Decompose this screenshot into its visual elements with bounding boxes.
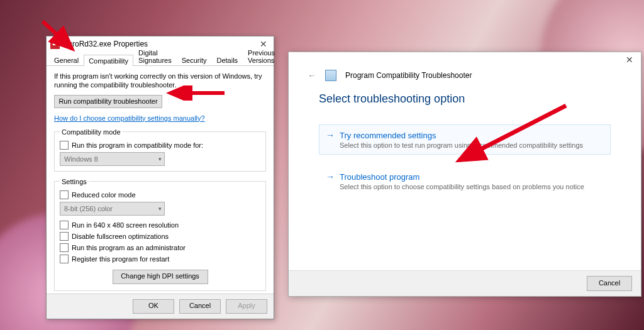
option-troubleshoot-program-title: Troubleshoot program [340,172,419,182]
chevron-down-icon: ▾ [158,156,162,162]
tab-security[interactable]: Security [177,54,212,65]
adobe-reader-icon [50,40,60,49]
manual-settings-link[interactable]: How do I choose compatibility settings m… [54,114,205,122]
reduced-color-checkbox[interactable] [60,190,69,199]
chevron-down-icon: ▾ [158,206,162,212]
run-as-admin-checkbox[interactable] [60,243,69,252]
reduced-color-label: Reduced color mode [72,191,136,199]
troubleshooter-title: Program Compatibility Troubleshooter [345,71,472,80]
ok-button[interactable]: OK [133,299,174,314]
troubleshooter-heading: Select troubleshooting option [289,81,641,106]
option-troubleshoot-program[interactable]: → Troubleshoot program Select this optio… [319,166,611,196]
compat-mode-selected-value: Windows 8 [64,155,98,163]
compat-mode-checkbox-label: Run this program in compatibility mode f… [72,141,203,149]
troubleshooter-icon [325,70,336,81]
tab-compatibility[interactable]: Compatibility [84,55,133,66]
tab-general[interactable]: General [49,54,84,65]
settings-group: Settings Reduced color mode 8-bit (256) … [54,178,266,291]
compat-mode-checkbox[interactable] [60,141,69,150]
run-640x480-label: Run in 640 x 480 screen resolution [72,221,179,229]
option-try-recommended-title: Try recommended settings [340,131,436,140]
compat-mode-select[interactable]: Windows 8 ▾ [60,152,165,166]
apply-button[interactable]: Apply [226,299,267,314]
option-troubleshoot-program-desc: Select this option to choose compatibili… [326,183,604,190]
settings-legend: Settings [60,178,89,185]
disable-fullscreen-label: Disable fullscreen optimizations [72,233,169,240]
compatibility-mode-group: Compatibility mode Run this program in c… [54,128,266,172]
arrow-right-icon: → [326,172,335,182]
back-arrow-icon[interactable]: ← [308,70,316,80]
close-icon[interactable]: ✕ [623,55,636,65]
disable-fullscreen-checkbox[interactable] [60,232,69,241]
troubleshooter-window: ✕ ← Program Compatibility Troubleshooter… [288,52,641,297]
option-try-recommended[interactable]: → Try recommended settings Select this o… [319,124,611,155]
cancel-button[interactable]: Cancel [179,299,221,314]
run-compatibility-troubleshooter-button[interactable]: Run compatibility troubleshooter [54,95,162,108]
arrow-right-icon: → [326,130,335,140]
troubleshooter-options: → Try recommended settings Select this o… [289,106,641,196]
color-depth-selected-value: 8-bit (256) color [64,205,113,212]
compatibility-mode-legend: Compatibility mode [60,128,123,136]
tab-previous-versions[interactable]: Previous Versions [243,47,280,65]
tab-details[interactable]: Details [211,54,243,65]
compat-help-text: If this program isn't working correctly … [54,72,266,90]
run-as-admin-label: Run this program as an administrator [72,244,186,251]
register-restart-checkbox[interactable] [60,255,69,263]
troubleshooter-header: ← Program Compatibility Troubleshooter [289,52,641,81]
troubleshooter-footer: Cancel [289,270,641,296]
properties-footer: OK Cancel Apply [47,294,274,319]
register-restart-label: Register this program for restart [72,255,169,263]
properties-body: If this program isn't working correctly … [47,66,274,294]
cancel-button[interactable]: Cancel [587,276,632,291]
properties-window: AcroRd32.exe Properties ✕ General Compat… [46,36,274,319]
tab-digital-signatures[interactable]: Digital Signatures [133,47,177,65]
properties-tabs: General Compatibility Digital Signatures… [47,52,274,66]
change-dpi-settings-button[interactable]: Change high DPI settings [113,270,208,284]
run-640x480-checkbox[interactable] [60,221,69,229]
option-try-recommended-desc: Select this option to test run program u… [326,141,604,149]
color-depth-select[interactable]: 8-bit (256) color ▾ [60,202,165,216]
